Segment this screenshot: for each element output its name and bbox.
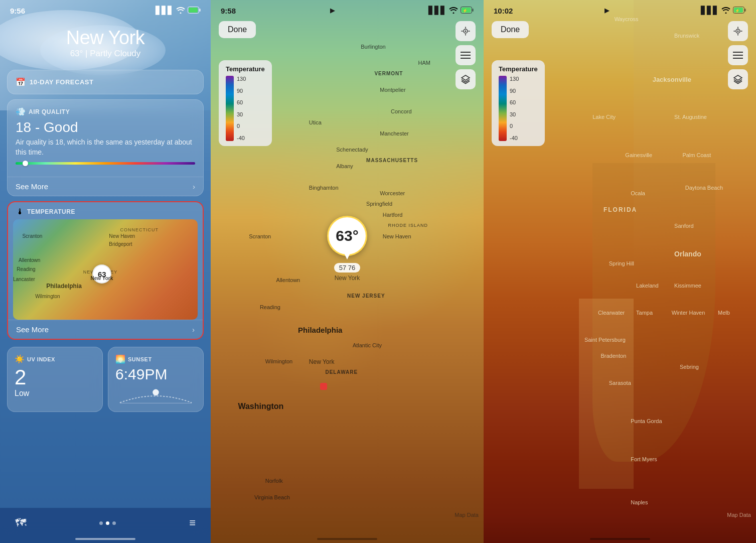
sun-icon: ☀️ xyxy=(15,354,25,364)
map-label-wilmington: Wilmington xyxy=(35,294,60,299)
city-temp-desc: 63° | Partly Cloudy xyxy=(10,49,201,59)
map3-naples: Naples xyxy=(631,499,648,505)
done-button-2[interactable]: Done xyxy=(219,21,256,38)
map2-virginiabeach: Virginia Beach xyxy=(254,494,290,500)
panel1-content: 📅 10-DAY FORECAST 💨 AIR QUALITY 18 - Goo… xyxy=(0,64,211,346)
svg-text:⚡: ⚡ xyxy=(735,8,740,13)
map3-bradenton: Bradenton xyxy=(600,353,626,359)
map3-orlando: Orlando xyxy=(674,250,701,258)
legend3-130: 130 xyxy=(510,76,519,82)
location-button-3[interactable] xyxy=(728,21,748,41)
layers-button-2[interactable] xyxy=(456,69,476,89)
uv-section-label: UV INDEX xyxy=(27,356,55,362)
map3-melb: Melb xyxy=(718,310,730,316)
forecast-card[interactable]: 📅 10-DAY FORECAST xyxy=(7,70,204,94)
legend-bar-container-2: 130 90 60 30 0 -40 xyxy=(226,76,265,141)
map2-newhaven: New Haven xyxy=(383,233,411,239)
temperature-card[interactable]: 🌡 TEMPERATURE CONNECTICUT Scranton New H… xyxy=(7,201,204,340)
map3-sarasota: Sarasota xyxy=(609,380,631,386)
map3-gainesville: Gainesville xyxy=(625,152,652,158)
map2-rhodeisland: RHODE ISLAND xyxy=(388,223,428,228)
battery-icon-2: ⚡ xyxy=(461,7,474,15)
calendar-icon: 📅 xyxy=(16,77,26,87)
map3-ocala: Ocala xyxy=(631,190,645,196)
map2-massachusetts: MASSACHUSETTS xyxy=(366,158,418,163)
map2-newjersey: NEW JERSEY xyxy=(347,293,385,299)
status-bar-3: 10:02 ▶ ▋▋▋ ⚡ xyxy=(484,0,756,17)
bubble-max-2: 76 xyxy=(348,264,355,272)
map3-lakecity: Lake City xyxy=(592,114,616,120)
bubble-minmax-2: 57 76 xyxy=(334,263,361,273)
map-label-reading: Reading xyxy=(17,266,35,272)
legend3-neg40: -40 xyxy=(510,135,519,141)
map2-manchester: Manchester xyxy=(380,130,408,137)
wifi-icon-3 xyxy=(721,7,730,15)
svg-rect-18 xyxy=(744,9,746,12)
signal-icon-3: ▋▋▋ xyxy=(701,6,719,15)
weather-panel-new-york: 9:56 ▋▋▋ New York 63° | Partly Cloudy 📅 … xyxy=(0,0,211,543)
legend-0: 0 xyxy=(237,123,246,129)
red-marker xyxy=(320,383,327,390)
map-label-bridgeport: Bridgeport xyxy=(109,241,132,247)
done-button-3[interactable]: Done xyxy=(492,21,529,38)
status-bar-1: 9:56 ▋▋▋ xyxy=(0,0,211,17)
wifi-icon-2 xyxy=(449,7,458,15)
map2-wilmington: Wilmington xyxy=(265,358,292,364)
status-icons-1: ▋▋▋ xyxy=(156,6,201,15)
aq-header: 💨 AIR QUALITY xyxy=(16,107,195,116)
temp-mini-map: CONNECTICUT Scranton New Haven Bridgepor… xyxy=(13,219,198,320)
map-label-lancaster: Lancaster xyxy=(13,277,35,282)
legend-neg40: -40 xyxy=(237,135,246,141)
sunset-value: 6:49PM xyxy=(115,367,196,382)
svg-point-12 xyxy=(465,31,467,32)
location-icon-3: ▶ xyxy=(604,7,609,14)
map2-delaware: DELAWARE xyxy=(325,369,358,375)
legend-bar-2 xyxy=(226,76,234,141)
list-button-2[interactable] xyxy=(456,45,476,65)
legend-title-2: Temperature xyxy=(226,65,265,73)
bottom-cards-row: ☀️ UV INDEX 2 Low 🌅 SUNSET 6:49PM xyxy=(0,347,211,412)
dot-2-active xyxy=(106,521,109,525)
sunset-section-label: SUNSET xyxy=(128,356,152,362)
map-icon[interactable]: 🗺 xyxy=(15,516,26,529)
temp-section-label: TEMPERATURE xyxy=(27,208,75,215)
home-indicator-3 xyxy=(590,538,650,540)
temp-header: 🌡 TEMPERATURE xyxy=(8,202,203,219)
aq-see-more-text: See More xyxy=(16,182,48,191)
map3-springhill: Spring Hill xyxy=(609,260,634,266)
signal-icon-2: ▋▋▋ xyxy=(428,6,446,15)
battery-icon-3: ⚡ xyxy=(733,7,746,15)
map3-daytonabeach: Daytona Beach xyxy=(685,185,723,191)
location-icon-2: ▶ xyxy=(330,7,335,14)
legend-title-3: Temperature xyxy=(499,65,538,73)
wind-icon: 💨 xyxy=(16,107,26,116)
list-button-3[interactable] xyxy=(728,45,748,65)
map-data-label-2: Map Data xyxy=(455,512,479,518)
location-button-2[interactable] xyxy=(456,21,476,41)
temp-map-background: CONNECTICUT Scranton New Haven Bridgepor… xyxy=(13,219,198,320)
city-header: New York 63° | Partly Cloudy xyxy=(0,17,211,64)
right-map-controls-2 xyxy=(456,21,476,89)
uv-description: Low xyxy=(15,389,95,398)
right-map-controls-3 xyxy=(728,21,748,89)
svg-point-6 xyxy=(453,12,455,14)
wifi-icon xyxy=(176,7,185,15)
gulf-coast-overlay xyxy=(579,299,634,489)
map2-scranton: Scranton xyxy=(249,233,271,239)
air-quality-card: 💨 AIR QUALITY 18 - Good Air quality is 1… xyxy=(7,99,204,196)
temp-see-more-row[interactable]: See More › xyxy=(8,320,203,339)
legend3-30: 30 xyxy=(510,111,519,117)
city-name: New York xyxy=(10,27,201,49)
map2-atlanticcity: Atlantic City xyxy=(353,342,382,348)
map2-newyork-label: New York xyxy=(309,358,335,365)
sunset-icon: 🌅 xyxy=(115,354,125,364)
legend-labels-3: 130 90 60 30 0 -40 xyxy=(510,76,519,141)
temp-bubble-panel2: 63° 57 76 New York xyxy=(327,216,367,282)
map-label-newhaven: New Haven xyxy=(109,233,135,239)
dot-3 xyxy=(112,521,116,525)
layers-button-3[interactable] xyxy=(728,69,748,89)
map3-tampa: Tampa xyxy=(636,310,653,316)
aq-see-more-row[interactable]: See More › xyxy=(8,177,203,196)
list-icon[interactable]: ≡ xyxy=(189,516,196,529)
legend-bar-container-3: 130 90 60 30 0 -40 xyxy=(499,76,538,141)
